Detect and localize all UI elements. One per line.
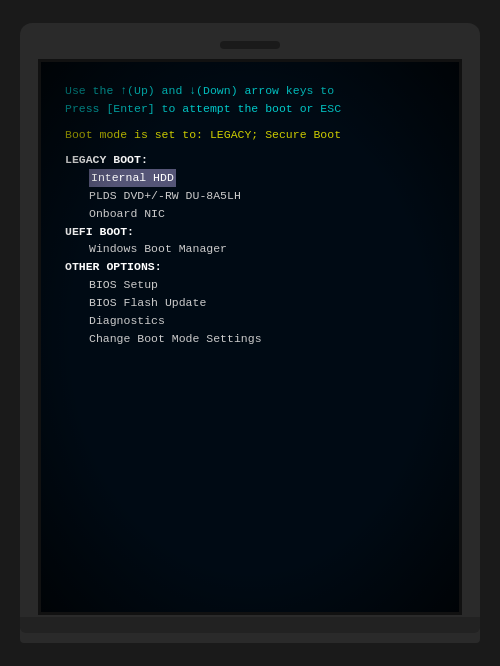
legacy-boot-item-2[interactable]: PLDS DVD+/-RW DU-8A5LH (65, 187, 435, 205)
other-options-item-1[interactable]: BIOS Setup (65, 276, 435, 294)
boot-mode-line: Boot mode is set to: LEGACY; Secure Boot (65, 126, 435, 144)
camera-bump (220, 41, 280, 49)
other-options-item-3[interactable]: Diagnostics (65, 312, 435, 330)
laptop-bottom (20, 617, 480, 633)
other-options-header: OTHER OPTIONS: (65, 258, 435, 276)
uefi-boot-item-1[interactable]: Windows Boot Manager (65, 240, 435, 258)
uefi-boot-header: UEFI BOOT: (65, 223, 435, 241)
laptop-outer: Use the ↑(Up) and ↓(Down) arrow keys to … (20, 23, 480, 643)
legacy-boot-header: LEGACY BOOT: (65, 151, 435, 169)
screen: Use the ↑(Up) and ↓(Down) arrow keys to … (38, 59, 462, 615)
instruction-line-2: Press [Enter] to attempt the boot or ESC (65, 100, 435, 118)
screen-inner: Use the ↑(Up) and ↓(Down) arrow keys to … (41, 62, 459, 612)
legacy-boot-item-1[interactable]: Internal HDD (65, 169, 435, 187)
other-options-item-2[interactable]: BIOS Flash Update (65, 294, 435, 312)
bios-content: Use the ↑(Up) and ↓(Down) arrow keys to … (65, 82, 435, 347)
other-options-item-4[interactable]: Change Boot Mode Settings (65, 330, 435, 348)
legacy-boot-item-3[interactable]: Onboard NIC (65, 205, 435, 223)
instruction-line-1: Use the ↑(Up) and ↓(Down) arrow keys to (65, 82, 435, 100)
